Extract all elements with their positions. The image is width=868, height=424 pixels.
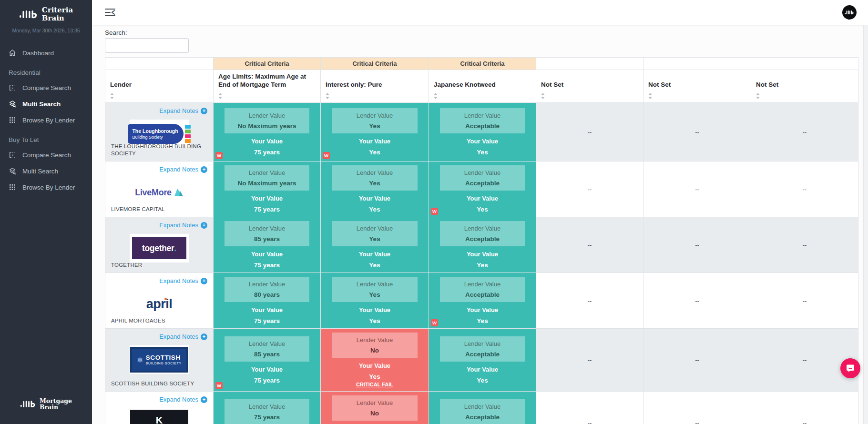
empty-cell: -- <box>536 217 643 273</box>
search-input[interactable] <box>105 38 189 53</box>
lender-value-label: Lender Value <box>226 169 307 176</box>
compare-columns-icon <box>9 84 16 91</box>
vertical-scrollbar[interactable] <box>863 25 868 424</box>
expand-notes-link[interactable]: Expand Notes+ <box>159 396 207 403</box>
lender-value-box: Lender ValueAcceptable <box>440 165 525 191</box>
lender-value: 75 years <box>226 414 307 421</box>
your-value: Yes <box>324 262 426 269</box>
your-value: Yes <box>432 377 533 384</box>
sidebar-section-residential: Residential <box>0 61 92 80</box>
criteria-cell: Lender ValueNoYour ValueYesCRITICAL FAIL <box>321 392 429 424</box>
home-icon <box>9 49 16 57</box>
warning-badge[interactable]: W <box>431 319 438 326</box>
sidebar-datetime: Monday, Mar 30th 2026, 13:35 <box>2 28 90 33</box>
lender-value: 80 years <box>226 291 307 298</box>
user-avatar[interactable] <box>842 5 857 20</box>
your-value-label: Your Value <box>324 138 426 145</box>
plus-circle-icon: + <box>201 333 207 340</box>
table-row: Expand Notes+KKensingtonKENSINGTON MORTG… <box>105 392 858 424</box>
warning-badge[interactable]: W <box>323 152 330 159</box>
lender-value: Yes <box>334 235 416 242</box>
your-value: 75 years <box>216 149 317 156</box>
your-value-label: Your Value <box>216 251 317 258</box>
lender-value: Acceptable <box>442 291 523 298</box>
livemore-logo: LiveMore <box>130 178 189 207</box>
logo-mark: K <box>156 415 163 424</box>
sidebar-item-residential-compare-search[interactable]: Compare Search <box>0 80 92 96</box>
your-value-label: Your Value <box>432 195 533 202</box>
your-value-label: Your Value <box>216 366 317 373</box>
sidebar-collapse-button[interactable] <box>104 7 116 18</box>
expand-notes-link[interactable]: Expand Notes+ <box>159 166 207 173</box>
sidebar-item-residential-multi-search[interactable]: Multi Search <box>0 96 92 112</box>
snowflake-icon: ❄ <box>137 356 143 363</box>
group-header-cell <box>751 58 858 70</box>
lender-value-label: Lender Value <box>226 340 307 347</box>
expand-notes-link[interactable]: Expand Notes+ <box>159 107 207 114</box>
your-value: 75 years <box>216 377 317 384</box>
lender-value-label: Lender Value <box>334 112 416 119</box>
column-header-japanese-knotweed: Japanese Knotweed <box>429 70 536 103</box>
together-logo: together. <box>130 234 189 262</box>
criteria-cell: Lender ValueNo Maximum yearsYour Value75… <box>214 103 321 162</box>
logo-line2: BUILDING SOCIETY <box>146 362 182 365</box>
criteria-cell: Lender ValueAcceptableYour ValueYes <box>429 103 536 162</box>
criteria-cell: Lender ValueNo Maximum yearsYour Value75… <box>214 162 321 217</box>
sidebar-item-btl-multi-search[interactable]: Multi Search <box>0 163 92 179</box>
sort-icon[interactable] <box>648 93 652 99</box>
group-header-critical: Critical Criteria <box>429 58 536 70</box>
criteria-cell: Lender ValueAcceptableYour ValueYes <box>429 392 536 424</box>
your-value: Yes <box>432 262 533 269</box>
scottish-logo: ❄SCOTTISHBUILDING SOCIETY <box>130 345 189 374</box>
sidebar-item-dashboard[interactable]: Dashboard <box>0 45 92 61</box>
your-value: Yes <box>324 317 426 324</box>
expand-notes-link[interactable]: Expand Notes+ <box>159 333 207 340</box>
logo-text: The LoughboroughBuilding Society <box>128 124 183 144</box>
chat-button[interactable] <box>840 358 860 378</box>
your-value: Yes <box>324 206 426 213</box>
table-row: Expand Notes+aprilAPRIL MORTGAGESLender … <box>105 273 858 329</box>
warning-badge[interactable]: W <box>431 208 438 215</box>
lender-value-box: Lender ValueNo <box>332 333 418 358</box>
group-header-cell <box>105 58 214 70</box>
content: Search: Critical Criteria Critical Crite… <box>92 25 868 424</box>
expand-notes-label: Expand Notes <box>159 222 198 229</box>
sort-icon[interactable] <box>218 93 222 99</box>
expand-notes-link[interactable]: Expand Notes+ <box>159 222 207 229</box>
empty-cell: -- <box>643 273 751 329</box>
logo-stripes <box>185 124 191 144</box>
expand-notes-link[interactable]: Expand Notes+ <box>159 277 207 284</box>
logo-dot <box>164 298 167 300</box>
lender-value: 85 years <box>226 351 307 358</box>
lender-value-box: Lender ValueYes <box>332 108 418 133</box>
critical-fail-label: CRITICAL FAIL <box>324 382 426 387</box>
empty-cell: -- <box>643 392 751 424</box>
group-header-critical: Critical Criteria <box>214 58 321 70</box>
lender-value-box: Lender ValueYes <box>332 221 418 246</box>
your-value-label: Your Value <box>324 195 426 202</box>
sort-icon[interactable] <box>326 93 329 99</box>
warning-badge[interactable]: W <box>215 382 223 389</box>
search-label: Search: <box>105 29 868 36</box>
lender-value-label: Lender Value <box>442 169 523 176</box>
your-value: Yes <box>324 149 426 156</box>
sort-icon[interactable] <box>434 93 438 99</box>
sort-icon[interactable] <box>541 93 545 99</box>
sidebar-item-btl-browse-by-lender[interactable]: Browse By Lender <box>0 179 92 195</box>
logo-text: together <box>142 243 174 253</box>
lender-value-box: Lender ValueAcceptable <box>440 221 525 246</box>
lender-name: TOGETHER <box>111 262 211 269</box>
your-value: 75 years <box>216 262 317 269</box>
brand-waveform-icon <box>20 398 36 410</box>
sidebar-item-btl-compare-search[interactable]: Compare Search <box>0 147 92 163</box>
criteria-cell: Lender ValueAcceptableYour ValueYes <box>429 329 536 392</box>
warning-badge[interactable]: W <box>215 152 223 159</box>
sidebar-item-residential-browse-by-lender[interactable]: Browse By Lender <box>0 112 92 128</box>
lender-value-label: Lender Value <box>226 225 307 232</box>
sort-icon[interactable] <box>110 93 114 99</box>
sort-icon[interactable] <box>756 93 760 99</box>
lender-name: APRIL MORTGAGES <box>111 317 211 325</box>
your-value-label: Your Value <box>324 306 426 313</box>
table-row: Expand Notes+together.TOGETHERLender Val… <box>105 217 858 273</box>
lender-value-label: Lender Value <box>442 403 523 410</box>
